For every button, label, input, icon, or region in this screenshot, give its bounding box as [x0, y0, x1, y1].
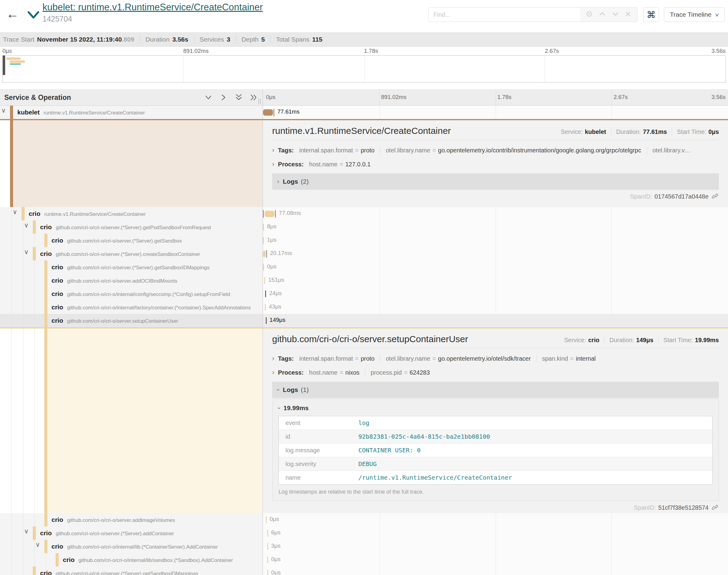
- span-row-name-cell[interactable]: criogithub.com/cri-o/cri-o/server.(*Serv…: [0, 234, 263, 247]
- span-collapse-chevron-icon[interactable]: ∨: [13, 208, 17, 215]
- expand-one-icon[interactable]: [219, 93, 228, 102]
- logs-accordion-header[interactable]: ›Logs(2): [272, 173, 719, 190]
- span-row-name-cell[interactable]: ∨criogithub.com/cri-o/cri-o/internal/lib…: [0, 540, 263, 553]
- span-row-timeline-cell[interactable]: 77.61ms: [263, 106, 728, 119]
- collapse-one-icon[interactable]: [204, 93, 212, 102]
- span-row-name-cell[interactable]: criogithub.com/cri-o/cri-o/server.setupC…: [0, 314, 263, 327]
- keyboard-shortcuts-button[interactable]: ⌘: [643, 7, 659, 22]
- span-row[interactable]: ∨criogithub.com/cri-o/cri-o/server.(*Ser…: [0, 221, 728, 234]
- locate-icon[interactable]: [585, 10, 593, 19]
- span-duration-tick[interactable]: [263, 224, 264, 230]
- span-row-timeline-cell[interactable]: 20.17ms: [263, 247, 728, 261]
- span-row-timeline-cell[interactable]: 0μs: [263, 261, 728, 274]
- chevron-right-icon: ›: [272, 147, 274, 154]
- find-input[interactable]: [428, 7, 580, 22]
- span-row[interactable]: criogithub.com/cri-o/cri-o/internal/conf…: [0, 287, 728, 301]
- span-collapse-chevron-icon[interactable]: ∨: [36, 541, 40, 548]
- span-row-name-cell[interactable]: criogithub.com/cri-o/cri-o/server.addIma…: [0, 513, 263, 527]
- tag-divider: [365, 369, 365, 376]
- span-detail-panel: github.com/cri-o/cri-o/server.setupConta…: [263, 329, 728, 513]
- span-row-name-cell[interactable]: ∨criogithub.com/cri-o/cri-o/server.(*Ser…: [0, 527, 263, 540]
- back-arrow-icon[interactable]: ←: [6, 7, 19, 21]
- span-row[interactable]: criogithub.com/cri-o/cri-o/server.(*Serv…: [0, 567, 728, 575]
- view-selector-button[interactable]: Trace Timeline ∨: [664, 7, 725, 22]
- span-duration-tick[interactable]: [264, 277, 265, 284]
- span-duration-tick[interactable]: [263, 264, 264, 270]
- span-duration-tick[interactable]: [267, 570, 268, 575]
- span-row[interactable]: criogithub.com/cri-o/cri-o/server.(*Serv…: [0, 261, 728, 274]
- span-row-timeline-cell[interactable]: 149μs: [263, 314, 728, 327]
- span-row-name-cell[interactable]: criogithub.com/cri-o/cri-o/internal/fact…: [0, 301, 263, 314]
- span-duration-tick[interactable]: [267, 556, 268, 563]
- tags-row[interactable]: ›Tags:internal.span.format=protootel.lib…: [272, 352, 719, 365]
- span-row[interactable]: ∨criogithub.com/cri-o/cri-o/server.(*Ser…: [0, 527, 728, 540]
- collapse-all-icon[interactable]: [234, 93, 243, 102]
- meta-value: 3.56s: [172, 36, 188, 43]
- span-row[interactable]: ∨crioruntime.v1.RuntimeService/CreateCon…: [0, 207, 728, 221]
- span-row[interactable]: criogithub.com/cri-o/cri-o/internal/lib/…: [0, 553, 728, 567]
- span-row-name-cell[interactable]: criogithub.com/cri-o/cri-o/internal/lib/…: [0, 553, 263, 567]
- span-row-timeline-cell[interactable]: 8μs: [263, 221, 728, 234]
- span-duration-bar[interactable]: [263, 251, 266, 257]
- tag-key-value: otel.library.name=go.opentelemetry.io/co…: [386, 147, 641, 154]
- span-row-name-cell[interactable]: ∨criogithub.com/cri-o/cri-o/server.(*Ser…: [0, 247, 263, 261]
- tags-row[interactable]: ›Tags:internal.span.format=protootel.lib…: [272, 144, 719, 156]
- span-duration-label: 0μs: [270, 516, 279, 522]
- span-row[interactable]: ∨criogithub.com/cri-o/cri-o/internal/lib…: [0, 540, 728, 553]
- span-row[interactable]: criogithub.com/cri-o/cri-o/server.setupC…: [0, 314, 728, 327]
- trace-title-chevron-down-icon[interactable]: [27, 10, 40, 21]
- span-duration-tick[interactable]: [267, 530, 268, 536]
- span-duration-tick[interactable]: [266, 516, 267, 523]
- span-row[interactable]: criogithub.com/cri-o/cri-o/server.(*Serv…: [0, 234, 728, 247]
- span-service-name: crio: [52, 304, 64, 311]
- span-row-labels: criogithub.com/cri-o/cri-o/server.addOCI…: [52, 277, 177, 284]
- span-row[interactable]: criogithub.com/cri-o/cri-o/server.addIma…: [0, 513, 728, 527]
- column-resize-handle[interactable]: [259, 99, 261, 104]
- span-collapse-chevron-icon[interactable]: ∨: [24, 222, 29, 229]
- span-row-timeline-cell[interactable]: 0μs: [263, 553, 728, 567]
- span-row[interactable]: criogithub.com/cri-o/cri-o/internal/fact…: [0, 301, 728, 314]
- span-row-name-cell[interactable]: criogithub.com/cri-o/cri-o/server.(*Serv…: [0, 261, 263, 274]
- span-row[interactable]: ∨kubeletruntime.v1.RuntimeService/Create…: [0, 106, 728, 119]
- span-row-name-cell[interactable]: criogithub.com/cri-o/cri-o/server.addOCI…: [0, 274, 263, 287]
- span-duration-tick[interactable]: [265, 291, 266, 297]
- span-row-name-cell[interactable]: ∨crioruntime.v1.RuntimeService/CreateCon…: [0, 207, 263, 221]
- span-duration-tick[interactable]: [267, 543, 268, 550]
- deep-link-icon[interactable]: [712, 504, 719, 511]
- span-collapse-chevron-icon[interactable]: ∨: [24, 528, 29, 535]
- span-row-timeline-cell[interactable]: 0μs: [263, 513, 728, 527]
- span-duration-tick[interactable]: [263, 237, 264, 244]
- timeline-minimap[interactable]: [2, 55, 726, 82]
- log-entry-timestamp[interactable]: ›19.99ms: [278, 404, 713, 412]
- span-duration-tick[interactable]: [266, 317, 267, 324]
- span-row-name-cell[interactable]: ∨kubeletruntime.v1.RuntimeService/Create…: [0, 106, 263, 119]
- span-collapse-chevron-icon[interactable]: ∨: [1, 107, 6, 114]
- find-next-icon[interactable]: [611, 10, 619, 19]
- span-row-name-cell[interactable]: criogithub.com/cri-o/cri-o/server.(*Serv…: [0, 567, 263, 575]
- span-row-name-cell[interactable]: ∨criogithub.com/cri-o/cri-o/server.(*Ser…: [0, 221, 263, 234]
- span-row[interactable]: ∨criogithub.com/cri-o/cri-o/server.(*Ser…: [0, 247, 728, 261]
- find-prev-icon[interactable]: [598, 10, 606, 19]
- process-row[interactable]: ›Process:host.name=nixosprocess.pid=6242…: [272, 366, 719, 379]
- find-clear-icon[interactable]: [624, 10, 632, 19]
- expand-all-icon[interactable]: [250, 93, 258, 102]
- span-row-timeline-cell[interactable]: 24μs: [263, 287, 728, 301]
- span-duration-tick[interactable]: [265, 304, 266, 311]
- span-row-timeline-cell[interactable]: 1μs: [263, 234, 728, 247]
- span-row-name-cell[interactable]: criogithub.com/cri-o/cri-o/internal/conf…: [0, 287, 263, 301]
- minimap-drag-handle[interactable]: [3, 56, 5, 75]
- span-duration-bar[interactable]: [265, 211, 274, 217]
- process-row[interactable]: ›Process:host.name=127.0.0.1: [272, 158, 719, 170]
- logs-accordion-header[interactable]: ›Logs(1): [272, 382, 719, 398]
- span-row-timeline-cell[interactable]: 77.08ms: [263, 207, 728, 221]
- span-row-timeline-cell[interactable]: 151μs: [263, 274, 728, 287]
- span-row-timeline-cell[interactable]: 0μs: [263, 567, 728, 575]
- trace-title-link[interactable]: kubelet: runtime.v1.RuntimeService/Creat…: [42, 2, 263, 13]
- span-row-timeline-cell[interactable]: 3μs: [263, 540, 728, 553]
- span-row-timeline-cell[interactable]: 43μs: [263, 301, 728, 314]
- span-row[interactable]: criogithub.com/cri-o/cri-o/server.addOCI…: [0, 274, 728, 287]
- span-collapse-chevron-icon[interactable]: ∨: [24, 248, 29, 256]
- deep-link-icon[interactable]: [712, 193, 719, 200]
- span-duration-bar[interactable]: [263, 109, 273, 116]
- span-row-timeline-cell[interactable]: 6μs: [263, 527, 728, 540]
